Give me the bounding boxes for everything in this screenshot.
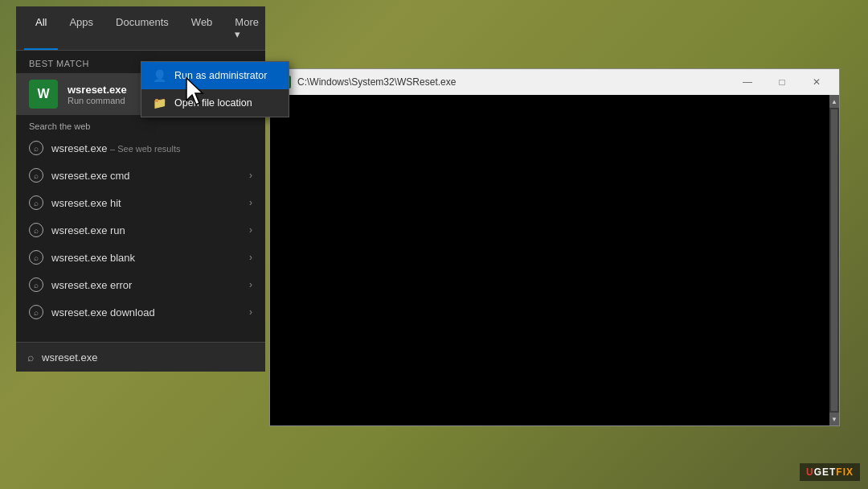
search-item-5[interactable]: ⌕ wsreset.exe error › [16,271,265,298]
context-menu: 👤 Run as administrator 📁 Open file locat… [141,61,289,117]
scrollbar-arrow-down[interactable]: ▼ [829,413,839,425]
run-as-admin-icon: 👤 [153,69,166,82]
search-item-2[interactable]: ⌕ wsreset.exe hit › [16,189,265,216]
tab-web[interactable]: Web [180,6,224,50]
search-item-3[interactable]: ⌕ wsreset.exe run › [16,216,265,244]
open-file-icon: 📁 [153,97,166,109]
search-item-6[interactable]: ⌕ wsreset.exe download › [16,298,265,326]
search-loop-icon-3: ⌕ [29,223,43,237]
tab-all[interactable]: All [24,6,58,50]
chevron-icon-6: › [249,306,252,318]
terminal-close-button[interactable]: ✕ [798,69,835,95]
search-loop-icon-6: ⌕ [29,305,43,319]
terminal-window: W C:\Windows\System32\WSReset.exe — □ ✕ … [269,68,840,426]
tab-documents[interactable]: Documents [104,6,180,50]
chevron-icon-2: › [249,197,252,208]
context-open-file-location[interactable]: 📁 Open file location [141,89,289,117]
terminal-maximize-button[interactable]: □ [764,69,800,95]
terminal-content: ▲ ▼ [270,95,839,425]
search-bar[interactable]: ⌕ wsreset.exe [16,342,265,372]
search-loop-icon-0: ⌕ [29,141,43,155]
chevron-icon-4: › [249,252,252,263]
start-menu-tabs: All Apps Documents Web More ▾ [16,6,265,51]
start-menu: All Apps Documents Web More ▾ Best match… [16,6,265,372]
terminal-scrollbar[interactable]: ▲ ▼ [829,95,839,425]
terminal-titlebar: W C:\Windows\System32\WSReset.exe — □ ✕ [270,69,839,95]
search-loop-icon-5: ⌕ [29,277,43,292]
watermark-fix: FIX [836,466,854,478]
search-item-badge-0: – See web results [110,144,180,154]
search-item-text-5: wsreset.exe error [51,279,241,291]
scrollbar-thumb[interactable] [831,109,837,411]
search-item-text-1: wsreset.exe cmd [51,170,241,182]
search-item-text-3: wsreset.exe run [51,224,241,236]
chevron-icon-1: › [249,170,252,181]
search-item-text-2: wsreset.exe hit [51,197,241,209]
terminal-controls: — □ ✕ [729,69,831,95]
search-item-0[interactable]: ⌕ wsreset.exe – See web results [16,134,265,162]
search-loop-icon-4: ⌕ [29,250,43,265]
watermark-get: GET [814,466,837,478]
context-run-as-admin[interactable]: 👤 Run as administrator [141,62,289,89]
chevron-icon-3: › [249,224,252,236]
search-section-label: Search the web [16,115,265,134]
search-item-1[interactable]: ⌕ wsreset.exe cmd › [16,162,265,189]
chevron-icon-5: › [249,279,252,290]
watermark: UGETFIX [800,463,860,481]
search-loop-icon-1: ⌕ [29,168,43,183]
watermark-u: U [806,466,814,478]
tab-more[interactable]: More ▾ [223,6,270,50]
search-item-text-6: wsreset.exe download [51,306,241,318]
terminal-title: C:\Windows\System32\WSReset.exe [297,76,723,88]
search-bar-input[interactable]: wsreset.exe [42,351,254,364]
search-item-text-0: wsreset.exe – See web results [51,142,252,154]
tab-apps[interactable]: Apps [58,6,104,50]
search-loop-icon-2: ⌕ [29,195,43,210]
app-icon-letter: W [37,87,49,101]
search-item-text-4: wsreset.exe blank [51,252,241,264]
context-run-as-admin-label: Run as administrator [174,70,267,81]
scrollbar-arrow-up[interactable]: ▲ [829,95,839,108]
app-icon-wsreset: W [29,80,58,109]
search-bar-icon: ⌕ [27,351,34,364]
context-open-file-label: Open file location [174,97,252,109]
terminal-minimize-button[interactable]: — [729,69,766,95]
search-item-4[interactable]: ⌕ wsreset.exe blank › [16,244,265,271]
